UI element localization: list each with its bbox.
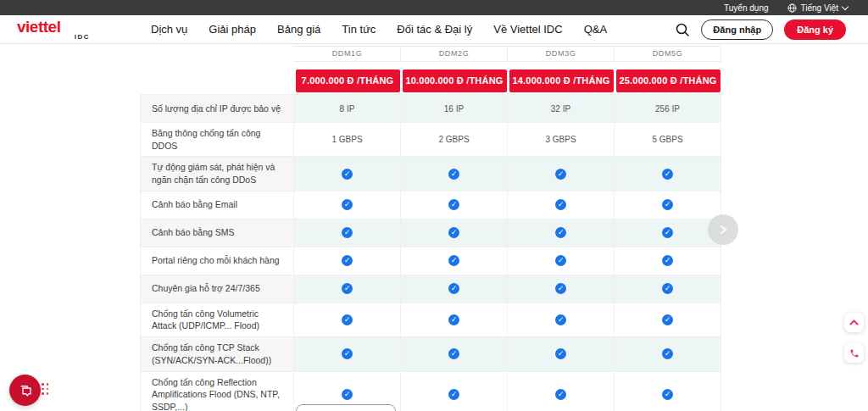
menu-item-tin-tuc[interactable]: Tin tức — [342, 23, 376, 36]
check-icon: ✓ — [555, 255, 566, 266]
check-icon: ✓ — [555, 389, 566, 400]
plan-name: DDM2G — [401, 46, 508, 62]
check-icon: ✓ — [555, 314, 566, 325]
feature-value-cell: ✓ — [401, 157, 508, 190]
main-navbar: viettel IDC Dịch vụ Giải pháp Bảng giá T… — [0, 15, 868, 44]
feature-value-cell: ✓ — [615, 192, 721, 219]
feature-value-cell: ✓ — [508, 192, 615, 219]
menu-item-doi-tac[interactable]: Đối tác & Đại lý — [397, 23, 472, 36]
feature-value-cell: ✓ — [615, 275, 721, 303]
feature-label: Số lượng địa chỉ IP được bảo vệ — [140, 95, 294, 122]
check-icon: ✓ — [448, 255, 459, 266]
feature-value-cell: ✓ — [401, 303, 508, 336]
register-button[interactable]: Đăng ký — [784, 19, 846, 40]
menu-item-ve-viettel-idc[interactable]: Về Viettel IDC — [493, 23, 562, 36]
phone-icon — [849, 348, 860, 358]
check-icon: ✓ — [662, 227, 673, 238]
feature-value-cell: ✓ — [294, 219, 401, 247]
feature-label: Băng thông chống tấn công DDOS — [140, 123, 294, 156]
feature-value-cell: ✓ — [401, 219, 508, 247]
feature-value-cell: ✓ — [615, 247, 721, 275]
plan-price-cell: 14.000.000 Đ /THÁNG — [508, 69, 615, 92]
plan-header-row: DDM1GDDM2GDDM3GDDM5G — [140, 46, 721, 62]
careers-link[interactable]: Tuyển dụng — [724, 3, 768, 13]
feature-value-cell: 16 IP — [401, 95, 508, 122]
nav-actions: Đăng nhập Đăng ký — [675, 19, 846, 40]
plan-name: DDM5G — [615, 46, 721, 62]
feature-label: Chống tấn công Reflection Amplifications… — [140, 372, 294, 411]
scroll-to-top-button[interactable] — [844, 313, 864, 332]
plan-price: 14.000.000 Đ /THÁNG — [509, 69, 614, 92]
check-icon: ✓ — [662, 283, 673, 294]
feature-value-cell: 256 IP — [615, 95, 721, 122]
menu-item-qa[interactable]: Q&A — [584, 23, 607, 36]
language-label: Tiếng Việt — [801, 3, 838, 13]
chat-bubbles-icon — [18, 383, 33, 398]
feature-value-cell: ✓ — [294, 192, 401, 219]
viettel-idc-logo[interactable]: viettel IDC — [17, 19, 92, 41]
table-row: Cảnh báo bằng Email✓✓✓✓ — [140, 192, 721, 219]
table-row: Số lượng địa chỉ IP được bảo vệ8 IP16 IP… — [140, 95, 721, 123]
check-icon: ✓ — [662, 314, 673, 325]
check-icon: ✓ — [342, 283, 353, 294]
check-icon: ✓ — [342, 348, 353, 359]
check-icon: ✓ — [342, 169, 353, 180]
menu-item-giai-phap[interactable]: Giải pháp — [209, 23, 256, 36]
menu-item-bang-gia[interactable]: Bảng giá — [277, 23, 320, 36]
check-icon: ✓ — [448, 389, 459, 400]
table-row: Cảnh báo bằng SMS✓✓✓✓ — [140, 219, 721, 247]
feature-value-cell: ✓ — [508, 372, 615, 411]
main-menu: Dịch vụ Giải pháp Bảng giá Tin tức Đối t… — [151, 23, 607, 36]
feature-value-cell: 2 GBPS — [401, 123, 508, 156]
feature-label: Portal riêng cho mỗi khách hàng — [140, 247, 294, 275]
check-icon: ✓ — [448, 348, 459, 359]
secondary-button-partial[interactable] — [296, 404, 396, 411]
feature-value-cell: 32 IP — [508, 95, 615, 122]
table-row: Portal riêng cho mỗi khách hàng✓✓✓✓ — [140, 247, 721, 275]
phone-contact-button[interactable] — [844, 343, 864, 363]
check-icon: ✓ — [555, 227, 566, 238]
feature-value-cell: ✓ — [508, 303, 615, 336]
table-row: Chuyên gia hỗ trợ 24/7/365✓✓✓✓ — [140, 275, 721, 303]
check-icon: ✓ — [555, 199, 566, 210]
feature-value-cell: ✓ — [294, 303, 401, 336]
carousel-next-button[interactable] — [708, 214, 738, 245]
check-icon: ✓ — [448, 314, 459, 325]
drag-handle-dots[interactable] — [42, 383, 49, 396]
plan-price: 25.000.000 Đ /THÁNG — [616, 69, 721, 92]
feature-value-cell: ✓ — [294, 247, 401, 275]
menu-item-dich-vu[interactable]: Dịch vụ — [151, 23, 187, 36]
chat-widget-button[interactable] — [9, 375, 41, 406]
header-spacer — [140, 46, 294, 62]
check-icon: ✓ — [342, 199, 353, 210]
feature-value-cell: ✓ — [508, 337, 615, 370]
check-icon: ✓ — [555, 169, 566, 180]
plan-name: DDM3G — [508, 46, 615, 62]
chevron-right-icon — [718, 225, 728, 235]
plan-price-cell: 10.000.000 Đ /THÁNG — [401, 69, 508, 92]
feature-value-cell: ✓ — [615, 337, 721, 370]
feature-value-cell: ✓ — [508, 219, 615, 247]
feature-label: Chuyên gia hỗ trợ 24/7/365 — [140, 275, 294, 303]
check-icon: ✓ — [448, 227, 459, 238]
check-icon: ✓ — [342, 314, 353, 325]
feature-value-cell: 3 GBPS — [508, 123, 615, 156]
check-icon: ✓ — [342, 227, 353, 238]
top-utility-bar: Tuyển dụng Tiếng Việt — [0, 0, 868, 15]
check-icon: ✓ — [342, 389, 353, 400]
check-icon: ✓ — [662, 348, 673, 359]
feature-value-cell: ✓ — [401, 247, 508, 275]
feature-value-cell: ✓ — [401, 275, 508, 303]
table-row: Chống tấn công Reflection Amplifications… — [140, 372, 721, 411]
language-selector[interactable]: Tiếng Việt — [787, 3, 848, 13]
table-row: Chống tấn công TCP Stack (SYN/ACK/SYN-AC… — [140, 337, 721, 371]
feature-value-cell: ✓ — [508, 247, 615, 275]
feature-label: Tự động giám sát, phát hiện và ngăn chặn… — [140, 157, 294, 190]
search-icon[interactable] — [675, 22, 690, 37]
table-row: Chống tấn công Volumetric Attack (UDP/IC… — [140, 303, 721, 337]
globe-icon — [787, 3, 797, 13]
plan-price-cell: 7.000.000 Đ /THÁNG — [294, 69, 401, 92]
feature-value-cell: ✓ — [508, 157, 615, 190]
login-button[interactable]: Đăng nhập — [701, 19, 773, 40]
feature-label: Chống tấn công Volumetric Attack (UDP/IC… — [140, 303, 294, 336]
